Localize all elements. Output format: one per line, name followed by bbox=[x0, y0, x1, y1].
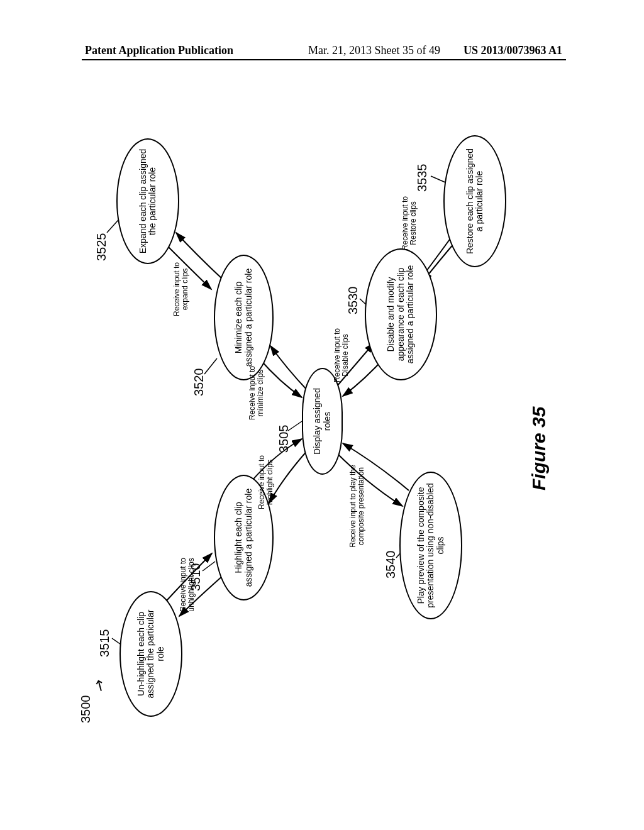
edge-disable-label: Receive input to Disable clips bbox=[333, 321, 350, 390]
header-rule bbox=[82, 59, 566, 60]
state-play-preview: Play preview of the composite presentati… bbox=[399, 472, 462, 619]
ref-3540: 3540 bbox=[384, 551, 397, 579]
edge-restore-label: Receive input to Restore clips bbox=[401, 189, 418, 258]
ref-3530: 3530 bbox=[346, 287, 360, 315]
state-unhighlight: Un-highlight each clip assigned the part… bbox=[119, 591, 182, 717]
edge-minimize-label: Receive input to minimize clips bbox=[248, 358, 265, 428]
edge-unhighlight-label: Receive input to unhighlight clips bbox=[179, 550, 196, 619]
figure-container: Display assigned roles Highlight each cl… bbox=[50, 113, 591, 729]
ref-3500-arrow-icon: ↗ bbox=[89, 676, 110, 695]
ref-3525: 3525 bbox=[94, 233, 108, 262]
figure-caption: Figure 35 bbox=[528, 407, 549, 490]
ref-3500: 3500 bbox=[79, 695, 92, 724]
ref-3515: 3515 bbox=[97, 629, 111, 658]
edge-highlight-label: Receive input to highlight clips bbox=[258, 448, 274, 517]
edge-expand-label: Receive input to expand clips bbox=[173, 255, 189, 324]
edge-play-label: Receive input to play the composite pres… bbox=[349, 459, 365, 553]
ref-3505: 3505 bbox=[277, 425, 291, 453]
header-left: Patent Application Publication bbox=[85, 44, 233, 57]
header-center: Mar. 21, 2013 Sheet 35 of 49 bbox=[308, 44, 440, 57]
header-right: US 2013/0073963 A1 bbox=[464, 44, 562, 57]
state-disable: Disable and modify appearance of each cl… bbox=[365, 248, 437, 380]
state-diagram: Display assigned roles Highlight each cl… bbox=[50, 113, 591, 729]
ref-3520: 3520 bbox=[192, 368, 206, 397]
state-expand: Expand each clip assigned the particular… bbox=[116, 138, 179, 264]
state-restore: Restore each clip assigned a particular … bbox=[443, 135, 506, 267]
ref-3535: 3535 bbox=[415, 164, 429, 192]
